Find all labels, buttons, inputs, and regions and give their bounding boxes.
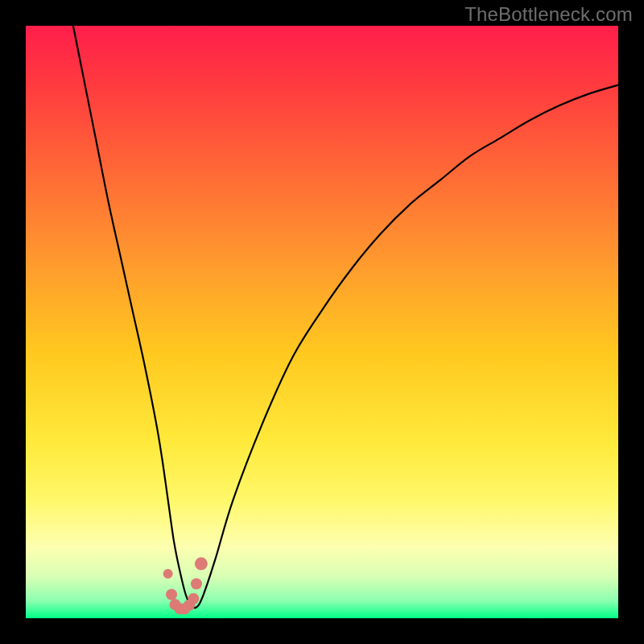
marker-dot xyxy=(166,589,177,601)
plot-area xyxy=(26,26,618,618)
marker-dot xyxy=(163,569,173,579)
marker-dot xyxy=(195,557,208,570)
bottom-marker-cluster xyxy=(163,557,208,614)
curve-layer xyxy=(26,26,618,618)
watermark-text: TheBottleneck.com xyxy=(464,3,633,26)
marker-dot xyxy=(188,593,199,605)
outer-frame: TheBottleneck.com xyxy=(0,0,644,644)
bottleneck-curve xyxy=(73,26,618,608)
marker-dot xyxy=(191,578,202,589)
